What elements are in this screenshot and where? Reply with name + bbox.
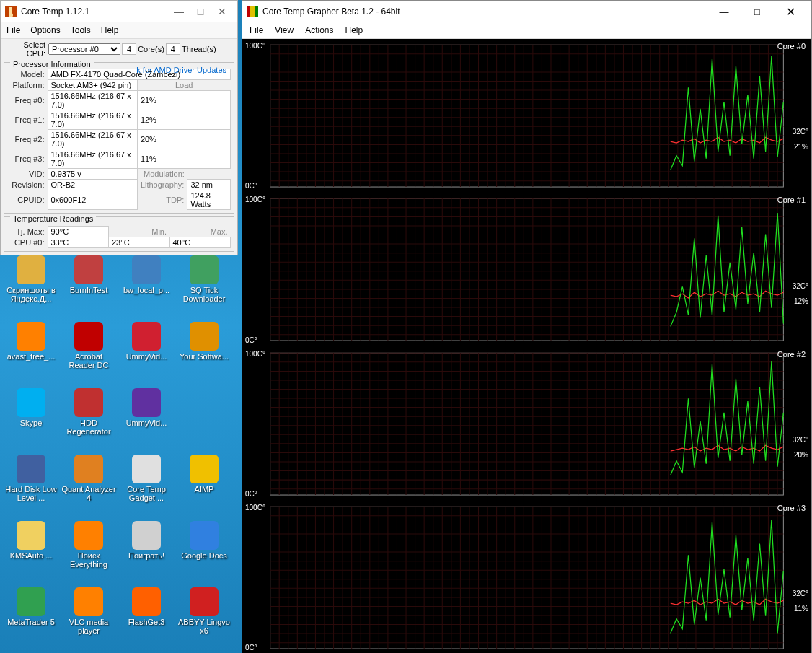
desktop-icon[interactable]: Поиск Everything <box>61 521 117 586</box>
cores-label: Core(s) <box>138 45 164 53</box>
app-icon <box>132 521 161 550</box>
icon-label: AIMP <box>195 485 214 494</box>
icon-label: UmmyVid... <box>126 418 167 427</box>
temperature-title: Temperature Readings <box>10 214 96 223</box>
desktop-icon[interactable]: HDD Regenerator <box>61 388 117 453</box>
app-icon <box>74 322 103 351</box>
maximize-button[interactable]: □ <box>190 6 211 17</box>
svg-rect-3 <box>247 6 250 17</box>
coretemp-menubar: File Options Tools Help <box>1 22 237 39</box>
lithography-value: 32 nm <box>187 180 231 190</box>
select-cpu-label: Select CPU: <box>4 40 48 58</box>
svg-rect-6 <box>270 45 784 187</box>
icon-label: Hard Disk Low Level ... <box>4 485 58 502</box>
minimize-button[interactable]: — <box>707 1 741 22</box>
cpu-select[interactable]: Processor #0 <box>48 43 120 55</box>
app-icon <box>17 322 45 351</box>
icon-label: MetaTrader 5 <box>7 618 55 626</box>
freq2-value: 1516.66MHz (216.67 x 7.0) <box>48 130 137 149</box>
desktop-icon[interactable]: Your Softwa... <box>176 322 232 387</box>
app-icon <box>132 455 161 483</box>
freq3-value: 1516.66MHz (216.67 x 7.0) <box>48 149 137 169</box>
core-chart: Core #1100C°0C°32C°12% <box>244 194 810 345</box>
desktop-icon[interactable]: Hard Disk Low Level ... <box>3 455 59 520</box>
icon-label: Core Temp Gadget ... <box>119 485 174 502</box>
desktop-icon[interactable]: AIMP <box>176 455 232 520</box>
app-icon <box>74 521 103 550</box>
icon-label: Поиграть! <box>128 551 164 560</box>
desktop-icon[interactable]: KMSAuto ... <box>3 521 59 586</box>
icon-label: HDD Regenerator <box>61 418 116 436</box>
cores-value: 4 <box>122 43 136 55</box>
menu-file[interactable]: File <box>6 25 20 35</box>
coretemp-title: Core Temp 1.12.1 <box>21 6 89 17</box>
temp-marker: 32C° <box>793 282 808 290</box>
desktop-icon[interactable]: Google Docs <box>176 521 232 586</box>
desktop-icon[interactable]: BurnInTest <box>61 255 117 320</box>
cpu-select-row: Select CPU: Processor #0 4 Core(s) 4 Thr… <box>1 39 237 59</box>
icon-label: Skype <box>20 418 43 427</box>
menu-help[interactable]: Help <box>101 25 119 35</box>
icon-label: BurnInTest <box>70 286 108 294</box>
desktop-icon[interactable]: Поиграть! <box>118 521 175 586</box>
app-icon <box>74 587 103 616</box>
cpu0-temp: 33°C <box>48 237 109 248</box>
menu-file[interactable]: File <box>250 25 263 35</box>
desktop-icon[interactable]: bw_local_p... <box>118 255 175 320</box>
icon-label: VLC media player <box>61 618 116 635</box>
app-icon <box>17 255 45 284</box>
desktop-icon[interactable]: VLC media player <box>61 587 117 652</box>
app-icon <box>74 255 103 284</box>
app-icon <box>190 455 219 483</box>
temp-marker: 32C° <box>793 590 808 597</box>
menu-view[interactable]: View <box>275 25 294 35</box>
maximize-button[interactable]: □ <box>741 1 774 22</box>
desktop-icon[interactable] <box>176 388 232 453</box>
desktop-icon[interactable]: Acrobat Reader DC <box>61 322 117 387</box>
icon-label: Скриншоты в Яндекс.Д... <box>4 286 58 303</box>
core-name: Core #2 <box>777 350 806 359</box>
icon-label: avast_free_... <box>7 352 56 361</box>
menu-help[interactable]: Help <box>345 25 363 35</box>
grapher-titlebar[interactable]: Core Temp Grapher Beta 1.2 - 64bit — □ ✕ <box>242 1 811 22</box>
app-icon <box>17 455 45 483</box>
icon-label: Quant Analyzer 4 <box>61 485 116 502</box>
minimize-button[interactable]: — <box>168 6 190 17</box>
menu-actions[interactable]: Actions <box>305 25 333 35</box>
cpu0-min: 23°C <box>109 237 170 248</box>
ylabel-top: 100C° <box>245 42 265 50</box>
close-button[interactable]: ✕ <box>774 1 807 22</box>
close-button[interactable]: ✕ <box>211 6 233 17</box>
icon-label: KMSAuto ... <box>10 551 53 560</box>
app-icon <box>190 388 219 417</box>
app-icon <box>132 388 161 417</box>
desktop-icon[interactable]: Quant Analyzer 4 <box>61 455 117 520</box>
menu-tools[interactable]: Tools <box>71 25 91 35</box>
desktop-icon[interactable]: Skype <box>3 388 59 453</box>
freq3-load: 11% <box>137 149 230 169</box>
threads-label: Thread(s) <box>182 45 216 53</box>
coretemp-titlebar[interactable]: Core Temp 1.12.1 — □ ✕ <box>1 1 237 22</box>
app-icon <box>190 255 219 284</box>
menu-options[interactable]: Options <box>30 25 60 35</box>
desktop-icon[interactable]: Core Temp Gadget ... <box>118 455 175 520</box>
app-icon <box>17 388 45 417</box>
desktop-icon[interactable]: MetaTrader 5 <box>3 587 59 652</box>
desktop-icons: Скриншоты в Яндекс.Д...BurnInTestbw_loca… <box>0 253 242 653</box>
app-icon <box>132 255 161 284</box>
desktop-icon[interactable]: SQ Tick Downloader <box>176 255 232 320</box>
icon-label: ABBYY Lingvo x6 <box>177 618 231 635</box>
desktop-icon[interactable]: UmmyVid... <box>118 322 175 387</box>
desktop-icon[interactable]: avast_free_... <box>3 322 59 387</box>
desktop-icon[interactable]: FlashGet3 <box>118 587 175 652</box>
core-chart: Core #3100C°0C°32C°11% <box>244 502 810 653</box>
cpuid-value: 0x600F12 <box>48 190 137 210</box>
desktop-icon[interactable]: Скриншоты в Яндекс.Д... <box>3 255 59 320</box>
ylabel-top: 100C° <box>245 350 265 358</box>
processor-info-title: Processor Information <box>10 60 94 69</box>
desktop-icon[interactable]: UmmyVid... <box>118 388 175 453</box>
desktop-icon[interactable]: ABBYY Lingvo x6 <box>176 587 232 652</box>
icon-label: Google Docs <box>181 551 227 560</box>
icon-label: Acrobat Reader DC <box>61 352 116 369</box>
freq1-value: 1516.66MHz (216.67 x 7.0) <box>48 110 137 130</box>
